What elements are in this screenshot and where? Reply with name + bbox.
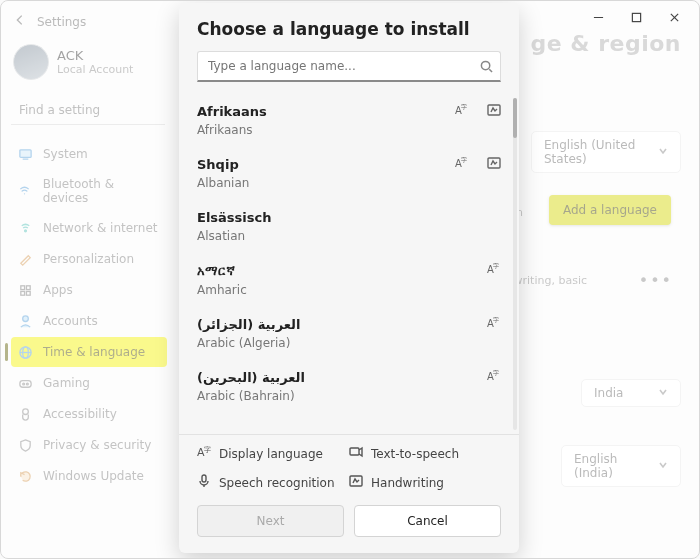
text-to-speech-icon: A字 [487, 261, 501, 280]
svg-line-20 [489, 69, 492, 72]
language-search-input[interactable] [197, 51, 501, 82]
svg-rect-36 [202, 475, 206, 482]
scrollbar-thumb[interactable] [513, 98, 517, 138]
svg-point-17 [26, 383, 28, 385]
sidebar-item-accounts[interactable]: Accounts [11, 306, 167, 336]
text-to-speech-icon: A字 [455, 102, 469, 121]
window-title: Settings [37, 15, 86, 29]
dialog-title: Choose a language to install [179, 3, 519, 51]
text-to-speech-icon: A字 [487, 368, 501, 387]
nav-icon [17, 220, 33, 236]
svg-point-11 [22, 315, 28, 321]
maximize-button[interactable] [619, 5, 653, 29]
svg-point-6 [24, 229, 26, 231]
nav-label: Gaming [43, 376, 90, 390]
svg-rect-15 [19, 380, 30, 387]
svg-text:字: 字 [493, 316, 499, 323]
language-english-name: Arabic (Algeria) [197, 336, 503, 350]
settings-sidebar: Settings ACK Local Account SystemBluetoo… [1, 1, 173, 558]
cancel-button[interactable]: Cancel [354, 505, 501, 537]
language-english-name: Arabic (Bahrain) [197, 389, 503, 403]
sidebar-item-apps[interactable]: Apps [11, 275, 167, 305]
language-option[interactable]: ElsässischAlsatian [197, 200, 503, 253]
nav-label: Time & language [43, 345, 145, 359]
svg-text:字: 字 [493, 369, 499, 376]
back-button[interactable] [13, 13, 27, 30]
choose-language-dialog: Choose a language to install AfrikaansAf… [179, 3, 519, 553]
sidebar-item-gaming[interactable]: Gaming [11, 368, 167, 398]
svg-text:字: 字 [204, 446, 211, 454]
scrollbar[interactable] [513, 98, 517, 430]
nav-label: Windows Update [43, 469, 144, 483]
windows-display-language-dropdown[interactable]: English (United States) [531, 131, 681, 173]
sidebar-item-personalization[interactable]: Personalization [11, 244, 167, 274]
country-dropdown[interactable]: India [581, 379, 681, 407]
sidebar-item-bluetooth-devices[interactable]: Bluetooth & devices [11, 170, 167, 212]
nav-list: SystemBluetooth & devicesNetwork & inter… [11, 139, 167, 491]
svg-point-18 [22, 408, 28, 414]
svg-point-19 [481, 61, 489, 69]
language-english-name: Alsatian [197, 229, 503, 243]
svg-rect-35 [350, 448, 359, 455]
more-options-button[interactable]: ••• [639, 271, 673, 290]
language-option[interactable]: ShqipAlbanianA字 [197, 147, 503, 200]
svg-text:字: 字 [461, 156, 467, 163]
nav-label: Privacy & security [43, 438, 151, 452]
add-a-language-button[interactable]: Add a language [549, 195, 671, 225]
language-native-name: العربية (البحرين) [197, 370, 503, 385]
nav-label: System [43, 147, 88, 161]
sidebar-item-time-language[interactable]: Time & language [11, 337, 167, 367]
nav-icon [17, 146, 33, 162]
language-list[interactable]: AfrikaansAfrikaansA字ShqipAlbanianA字Elsäs… [197, 94, 513, 434]
sidebar-item-privacy-security[interactable]: Privacy & security [11, 430, 167, 460]
handwriting-icon [349, 474, 363, 491]
nav-icon [17, 282, 33, 298]
sidebar-item-network-internet[interactable]: Network & internet [11, 213, 167, 243]
language-option[interactable]: አማርኛAmharicA字 [197, 253, 503, 307]
language-native-name: Elsässisch [197, 210, 503, 225]
nav-icon [17, 344, 33, 360]
find-setting-input[interactable] [11, 96, 165, 125]
svg-rect-9 [20, 291, 24, 295]
nav-label: Accessibility [43, 407, 117, 421]
sidebar-item-windows-update[interactable]: Windows Update [11, 461, 167, 491]
svg-rect-10 [26, 291, 30, 295]
sidebar-item-accessibility[interactable]: Accessibility [11, 399, 167, 429]
feature-legend: A字Display language Text-to-speech Speech… [179, 434, 519, 493]
avatar[interactable] [13, 44, 49, 80]
handwriting-icon [487, 102, 501, 121]
nav-label: Accounts [43, 314, 98, 328]
nav-label: Apps [43, 283, 73, 297]
language-option[interactable]: العربية (البحرين)Arabic (Bahrain)A字 [197, 360, 503, 413]
nav-icon [17, 437, 33, 453]
search-icon [480, 58, 493, 77]
handwriting-icon [487, 155, 501, 174]
language-native-name: العربية (الجزائر) [197, 317, 503, 332]
language-native-name: አማርኛ [197, 263, 503, 279]
close-button[interactable] [657, 5, 691, 29]
text-to-speech-icon: A字 [487, 315, 501, 334]
minimize-button[interactable] [581, 5, 615, 29]
svg-rect-4 [19, 149, 30, 157]
language-english-name: Afrikaans [197, 123, 503, 137]
next-button[interactable]: Next [197, 505, 344, 537]
regional-format-dropdown[interactable]: English (India) [561, 445, 681, 487]
nav-label: Bluetooth & devices [43, 177, 161, 205]
nav-label: Network & internet [43, 221, 158, 235]
text-to-speech-icon: A字 [455, 155, 469, 174]
svg-text:字: 字 [493, 262, 499, 269]
language-option[interactable]: AfrikaansAfrikaansA字 [197, 94, 503, 147]
nav-icon [17, 406, 33, 422]
nav-icon [17, 313, 33, 329]
speech-recognition-icon [197, 474, 211, 491]
chevron-down-icon [658, 386, 668, 400]
svg-rect-7 [20, 285, 24, 289]
sidebar-item-system[interactable]: System [11, 139, 167, 169]
svg-rect-8 [26, 285, 30, 289]
profile-account-type: Local Account [57, 63, 133, 76]
language-english-name: Amharic [197, 283, 503, 297]
language-option[interactable]: العربية (الجزائر)Arabic (Algeria)A字 [197, 307, 503, 360]
nav-icon [17, 183, 33, 199]
display-language-icon: A字 [197, 445, 211, 462]
language-english-name: Albanian [197, 176, 503, 190]
